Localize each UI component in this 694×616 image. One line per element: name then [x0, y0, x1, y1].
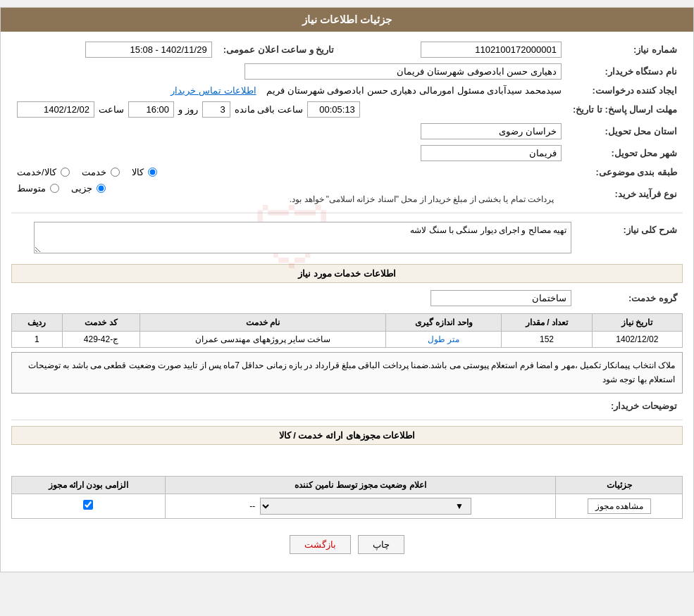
- service-group-field: ساختمان: [430, 290, 571, 306]
- need-number-field: 1102100172000001: [421, 42, 562, 58]
- service-quantity: 152: [502, 332, 592, 348]
- table-row: مشاهده مجوز ▼ --: [12, 494, 683, 518]
- contact-link[interactable]: اطلاعات تماس خریدار: [171, 85, 256, 96]
- purchase-type-radio-group: متوسط جزیی: [17, 183, 562, 194]
- service-code: ج-42-429: [62, 332, 140, 348]
- province-row: استان محل تحویل: خراسان رضوی: [11, 120, 683, 142]
- service-row-num: 1: [12, 332, 63, 348]
- category-kala-label: کالا: [132, 167, 144, 177]
- need-number-label: شماره نیاز:: [567, 39, 683, 61]
- print-button[interactable]: چاپ: [358, 535, 404, 554]
- response-days-field: 3: [202, 101, 230, 118]
- description-table: شرح کلی نیاز: 🛡: [11, 219, 683, 258]
- category-value: کالا/خدمت خدمت کالا: [11, 164, 567, 180]
- service-unit: متر طول: [386, 332, 502, 348]
- announce-datetime-field: 1402/11/29 - 15:08: [85, 42, 212, 58]
- services-section-header: اطلاعات خدمات مورد نیاز: [11, 264, 683, 283]
- need-number-value: 1102100172000001: [340, 39, 566, 61]
- permission-details: مشاهده مجوز: [556, 494, 683, 518]
- view-permission-button[interactable]: مشاهده مجوز: [588, 498, 651, 514]
- purchase-jozii-radio[interactable]: [97, 184, 106, 193]
- response-time-label: ساعت: [99, 104, 124, 115]
- service-name: ساخت سایر پروژههای مهندسی عمران: [140, 332, 386, 348]
- response-deadline-label: مهلت ارسال پاسخ: تا تاریخ:: [567, 99, 683, 120]
- buyer-notes-label: توضیحات خریدار:: [577, 398, 683, 414]
- footer-buttons: چاپ بازگشت: [11, 524, 683, 565]
- purchase-type-label: نوع فرآیند خرید:: [567, 180, 683, 207]
- category-row: طبقه بندی موضوعی: کالا/خدمت خدمت: [11, 164, 683, 180]
- response-days-label: روز و: [178, 104, 198, 115]
- province-label: استان محل تحویل:: [567, 120, 683, 142]
- col-need-date: تاریخ نیاز: [592, 314, 682, 332]
- description-textarea[interactable]: [34, 222, 571, 253]
- category-kala-khedmat-radio[interactable]: [61, 168, 70, 177]
- category-label: طبقه بندی موضوعی:: [567, 164, 683, 180]
- main-content: شماره نیاز: 1102100172000001 تاریخ و ساع…: [1, 32, 693, 572]
- requester-row: ایجاد کننده درخواست: سیدمحمد سیدآبادی مس…: [11, 82, 683, 99]
- back-button[interactable]: بازگشت: [290, 535, 351, 554]
- description-label: شرح کلی نیاز:: [577, 219, 683, 258]
- main-info-table: شماره نیاز: 1102100172000001 تاریخ و ساع…: [11, 39, 683, 207]
- table-row: 1402/12/02 152 متر طول ساخت سایر پروژهها…: [12, 332, 683, 348]
- city-field: فریمان: [421, 145, 562, 161]
- col-details: جزئیات: [556, 476, 683, 494]
- need-number-row: شماره نیاز: 1102100172000001 تاریخ و ساع…: [11, 39, 683, 61]
- purchase-motavaset-option[interactable]: متوسط: [17, 183, 61, 194]
- requester-value: سیدمحمد سیدآبادی مسئول امورمالی دهیاری ح…: [11, 82, 567, 99]
- col-quantity: تعداد / مقدار: [502, 314, 592, 332]
- buyer-org-field: دهیاری حسن ابادصوفی شهرستان فریمان: [244, 63, 562, 80]
- services-table: تاریخ نیاز تعداد / مقدار واحد اندازه گیر…: [11, 313, 683, 348]
- city-row: شهر محل تحویل: فریمان: [11, 142, 683, 164]
- category-kala-khedmat-label: کالا/خدمت: [17, 167, 56, 177]
- col-supplier-status: اعلام وضعیت مجوز توسط نامین کننده: [165, 476, 556, 494]
- permissions-table: جزئیات اعلام وضعیت مجوز توسط نامین کننده…: [11, 476, 683, 519]
- buyer-notes-label-table: توضیحات خریدار:: [11, 398, 683, 414]
- permissions-table-header: جزئیات اعلام وضعیت مجوز توسط نامین کننده…: [12, 476, 683, 494]
- response-time-field: 16:00: [128, 101, 174, 118]
- purchase-jozii-option[interactable]: جزیی: [71, 183, 107, 194]
- purchase-type-value: متوسط جزیی پرداخت تمام یا بخشی از مبلغ خ…: [11, 180, 567, 207]
- services-table-header: تاریخ نیاز تعداد / مقدار واحد اندازه گیر…: [12, 314, 683, 332]
- purchase-motavaset-radio[interactable]: [50, 184, 59, 193]
- page-wrapper: جزئیات اطلاعات نیاز شماره نیاز: 11021001…: [0, 7, 694, 572]
- required-checkbox[interactable]: [83, 500, 93, 510]
- col-unit: واحد اندازه گیری: [386, 314, 502, 332]
- service-group-row: گروه خدمت: ساختمان: [11, 287, 683, 309]
- announce-datetime-label: تاریخ و ساعت اعلان عمومی:: [218, 39, 340, 61]
- col-service-name: نام خدمت: [140, 314, 386, 332]
- buyer-notes-box: ملاک انتخاب پیمانکار تکمیل ،مهر و امضا ف…: [11, 352, 683, 394]
- description-row: شرح کلی نیاز: 🛡: [11, 219, 683, 258]
- permission-supplier-status: ▼ --: [165, 494, 556, 518]
- response-deadline-value: 1402/12/02 ساعت 16:00 روز و 3 ساعت باقی …: [11, 99, 567, 120]
- requester-label: ایجاد کننده درخواست:: [567, 82, 683, 99]
- permission-required: [12, 494, 166, 518]
- requester-text: سیدمحمد سیدآبادی مسئول امورمالی دهیاری ح…: [266, 85, 562, 96]
- response-remaining-label: ساعت باقی مانده: [235, 104, 303, 115]
- col-row-num: ردیف: [12, 314, 63, 332]
- purchase-motavaset-label: متوسط: [17, 183, 46, 194]
- buyer-org-label: نام دستگاه خریدار:: [567, 61, 683, 82]
- category-khedmat-radio[interactable]: [111, 168, 120, 177]
- purchase-jozii-label: جزیی: [71, 183, 92, 194]
- separator-1: [11, 213, 683, 213]
- response-date-field: 1402/12/02: [17, 101, 94, 118]
- category-khedmat-option[interactable]: خدمت: [82, 167, 121, 177]
- announce-datetime-value: 1402/11/29 - 15:08: [11, 39, 218, 61]
- response-deadline-row: مهلت ارسال پاسخ: تا تاریخ: 1402/12/02 سا…: [11, 99, 683, 120]
- buyer-org-row: نام دستگاه خریدار: دهیاری حسن ابادصوفی ش…: [11, 61, 683, 82]
- supplier-status-select[interactable]: ▼: [260, 498, 471, 515]
- category-kala-khedmat-option[interactable]: کالا/خدمت: [17, 167, 71, 177]
- category-radio-group: کالا/خدمت خدمت کالا: [17, 167, 562, 177]
- service-need-date: 1402/12/02: [592, 332, 682, 348]
- spacer-1: [11, 449, 683, 470]
- category-kala-option[interactable]: کالا: [132, 167, 159, 177]
- col-required: الزامی بودن ارائه مجوز: [12, 476, 166, 494]
- purchase-type-row: نوع فرآیند خرید: متوسط جزیی: [11, 180, 683, 207]
- response-remaining-field: 00:05:13: [307, 101, 360, 118]
- buyer-org-value: دهیاری حسن ابادصوفی شهرستان فریمان: [11, 61, 567, 82]
- category-kala-radio[interactable]: [148, 168, 157, 177]
- city-label: شهر محل تحویل:: [567, 142, 683, 164]
- page-header: جزئیات اطلاعات نیاز: [1, 8, 693, 32]
- category-khedmat-label: خدمت: [82, 167, 106, 177]
- response-deadline-row-flex: 1402/12/02 ساعت 16:00 روز و 3 ساعت باقی …: [17, 101, 562, 118]
